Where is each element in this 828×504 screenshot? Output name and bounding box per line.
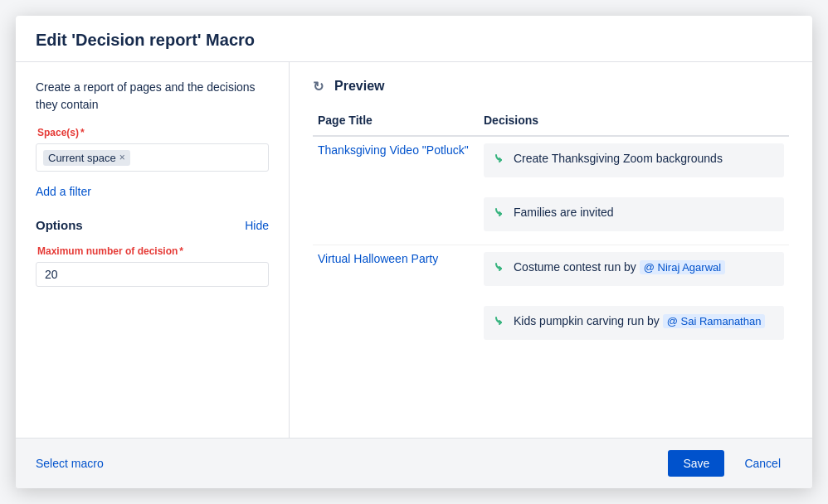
max-decisions-label: Maximum number of decision* [36, 245, 269, 257]
refresh-icon[interactable]: ↻ [313, 79, 328, 94]
cancel-button[interactable]: Cancel [733, 450, 792, 477]
col-decisions: Decisions [479, 109, 789, 136]
decision-icon [494, 151, 507, 171]
mention-tag: @ Sai Ramanathan [663, 314, 766, 328]
select-macro-link[interactable]: Select macro [36, 457, 104, 470]
decision-text: Costume contest run by @ Niraj Agarwal [514, 259, 774, 276]
tag-remove-button[interactable]: × [119, 153, 125, 162]
save-button[interactable]: Save [668, 450, 724, 477]
decisions-cell: Families are invited [479, 191, 789, 245]
mention-tag: @ Niraj Agarwal [640, 260, 725, 274]
decision-item: Create Thanksgiving Zoom backgrounds [484, 143, 784, 177]
spaces-label: Space(s)* [36, 127, 269, 138]
right-panel: ↻ Preview Page Title Decisions Thanksgiv… [290, 62, 812, 438]
decision-text: Kids pumpkin carving run by @ Sai Ramana… [514, 313, 774, 330]
description-text: Create a report of pages and the decisio… [36, 79, 269, 114]
decisions-cell: Kids pumpkin carving run by @ Sai Ramana… [479, 299, 789, 353]
preview-header: ↻ Preview [313, 79, 789, 94]
hide-link[interactable]: Hide [245, 219, 269, 232]
table-row: Thanksgiving Video "Potluck" Create Than… [313, 136, 789, 191]
decisions-cell: Create Thanksgiving Zoom backgrounds [479, 136, 789, 191]
spaces-field-group: Space(s)* Current space × [36, 127, 269, 172]
footer-actions: Save Cancel [668, 450, 792, 477]
decision-icon [494, 205, 507, 225]
decisions-cell: Costume contest run by @ Niraj Agarwal [479, 245, 789, 300]
add-filter-link[interactable]: Add a filter [36, 185, 91, 198]
decision-item: Costume contest run by @ Niraj Agarwal [484, 252, 784, 286]
modal-footer: Select macro Save Cancel [16, 438, 812, 488]
left-panel: Create a report of pages and the decisio… [16, 62, 290, 438]
decision-icon [494, 259, 507, 279]
decision-icon [494, 313, 507, 333]
col-page-title: Page Title [313, 109, 479, 136]
options-header: Options Hide [36, 218, 269, 232]
decision-item: Kids pumpkin carving run by @ Sai Ramana… [484, 306, 784, 340]
decision-item: Families are invited [484, 197, 784, 231]
preview-table: Page Title Decisions Thanksgiving Video … [313, 109, 789, 353]
modal-body: Create a report of pages and the decisio… [16, 62, 812, 438]
max-decisions-field-group: Maximum number of decision* [36, 245, 269, 287]
page-title-cell[interactable]: Thanksgiving Video "Potluck" [313, 136, 479, 245]
max-decisions-input[interactable] [36, 262, 269, 287]
spaces-tag-input[interactable]: Current space × [36, 143, 269, 172]
page-title-cell[interactable]: Virtual Halloween Party [313, 245, 479, 354]
current-space-tag: Current space × [43, 150, 130, 166]
table-row: Virtual Halloween Party Costume contest … [313, 245, 789, 300]
modal: Edit 'Decision report' Macro Create a re… [16, 16, 812, 488]
modal-title: Edit 'Decision report' Macro [16, 16, 812, 62]
decision-text: Create Thanksgiving Zoom backgrounds [514, 150, 774, 167]
options-label: Options [36, 218, 83, 232]
decision-text: Families are invited [514, 204, 774, 221]
